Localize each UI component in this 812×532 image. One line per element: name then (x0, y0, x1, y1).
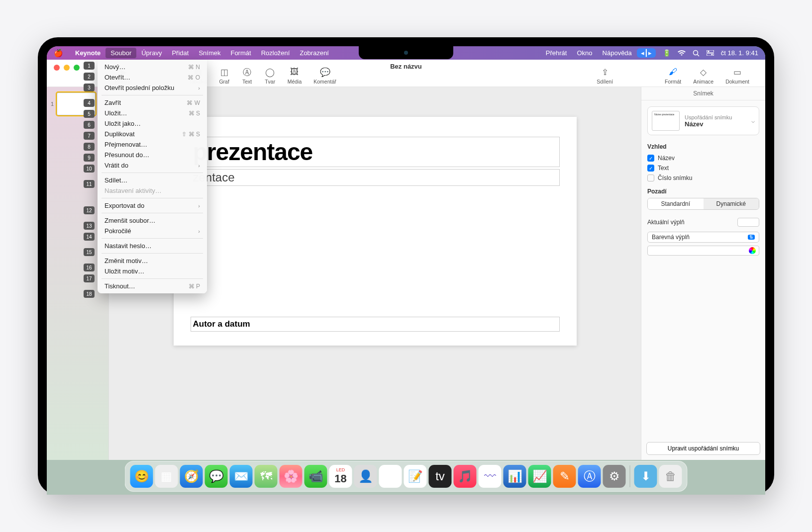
dock-photos[interactable]: 🌸 (280, 465, 303, 488)
layout-value: Název (685, 120, 746, 128)
toolbar-comment[interactable]: 💬Komentář (307, 67, 342, 85)
checkbox-title[interactable]: ✓ (647, 155, 654, 162)
dock: 😊 ▦ 🧭 💬 ✉️ 🗺 🌸 📹 LED18 👤 ☰ 📝 tv 🎵 〰 📊 📈 … (125, 461, 688, 492)
checkbox-number[interactable] (647, 175, 654, 181)
menu-item[interactable]: Otevřít poslední položku› (98, 83, 207, 93)
dock-safari[interactable]: 🧭 (180, 465, 203, 488)
dock-facetime[interactable]: 📹 (304, 465, 327, 488)
traffic-minimize[interactable] (64, 65, 70, 71)
dock-settings[interactable]: ⚙ (603, 465, 626, 488)
traffic-maximize[interactable] (74, 65, 80, 71)
menu-prehrat[interactable]: Přehrát (541, 48, 572, 58)
menu-item[interactable]: Otevřít…⌘ O (98, 72, 207, 83)
menu-format[interactable]: Formát (225, 48, 256, 58)
menu-item[interactable]: Uložit jako… (98, 118, 207, 129)
slide-author[interactable]: Autor a datum (191, 317, 560, 332)
svg-rect-3 (707, 54, 714, 56)
menu-pridat[interactable]: Přidat (167, 48, 194, 58)
dock-downloads[interactable]: ⬇ (634, 465, 657, 488)
slide[interactable]: prezentace zentace Autor a datum (174, 117, 577, 346)
status-wifi-icon[interactable] (678, 50, 686, 56)
layout-label: Uspořádání snímku (685, 114, 746, 120)
menu-soubor[interactable]: Soubor (105, 48, 136, 58)
slide-subtitle[interactable]: zentace (191, 169, 560, 186)
checkbox-body-row[interactable]: ✓Text (647, 163, 759, 173)
status-datetime[interactable]: čt 18. 1. 9:41 (721, 49, 758, 57)
menu-item[interactable]: Přesunout do… (98, 150, 207, 160)
toolbar-animate[interactable]: ◇Animace (687, 67, 719, 85)
menu-item[interactable]: Přejmenovat… (98, 139, 207, 150)
dock-pages[interactable]: ✎ (553, 465, 576, 488)
menu-number-badge: 10 (84, 165, 95, 173)
traffic-close[interactable] (54, 65, 60, 71)
toolbar-chart[interactable]: ◫Graf (213, 67, 236, 85)
apple-menu-icon[interactable]: 🍎 (54, 49, 63, 58)
menu-item[interactable]: Duplikovat⇧ ⌘ S (98, 129, 207, 139)
menu-app[interactable]: Keynote (70, 48, 105, 58)
toolbar-text[interactable]: ⒶText (236, 67, 259, 85)
color-well[interactable] (647, 246, 759, 256)
dock-launchpad[interactable]: ▦ (155, 465, 178, 488)
fill-swatch[interactable] (737, 218, 759, 227)
seg-standard[interactable]: Standardní (648, 198, 704, 209)
seg-dynamic[interactable]: Dynamické (704, 198, 759, 209)
inspector-tab[interactable]: Snímek (641, 87, 765, 100)
status-voice-icon[interactable]: ◂┃▸ (637, 48, 656, 58)
toolbar-media[interactable]: 🖼Média (282, 67, 308, 85)
dock-contacts[interactable]: 👤 (354, 465, 377, 488)
dock-calendar[interactable]: LED18 (329, 465, 352, 488)
menu-item[interactable]: Pokročilé› (98, 226, 207, 236)
menu-zobrazeni[interactable]: Zobrazení (295, 48, 334, 58)
dock-freeform[interactable]: 〰 (479, 465, 502, 488)
dock-appstore[interactable]: Ⓐ (578, 465, 601, 488)
menu-item[interactable]: Nastavit heslo… (98, 241, 207, 251)
dock-music[interactable]: 🎵 (454, 465, 477, 488)
slide-layout-selector[interactable]: Název prezentace Uspořádání snímku Název… (647, 106, 759, 135)
toolbar-share[interactable]: ⇪Sdílení (591, 67, 619, 85)
menu-rozlozeni[interactable]: Rozložení (256, 48, 295, 58)
menu-number-badge: 15 (84, 248, 95, 256)
dock-notes[interactable]: 📝 (404, 465, 427, 488)
menu-item[interactable]: Sdílet… (98, 175, 207, 185)
status-controlcenter-icon[interactable] (707, 50, 714, 56)
menu-napoveda[interactable]: Nápověda (598, 48, 637, 58)
background-segmented[interactable]: Standardní Dynamické (647, 198, 759, 210)
menu-okno[interactable]: Okno (572, 48, 597, 58)
dock-trash[interactable]: 🗑 (659, 465, 682, 488)
animate-icon: ◇ (698, 67, 709, 78)
shape-icon: ◯ (265, 67, 276, 78)
edit-layout-button[interactable]: Upravit uspořádání snímku (646, 442, 760, 455)
dock-tv[interactable]: tv (429, 465, 452, 488)
menu-item[interactable]: Uložit motiv… (98, 266, 207, 276)
slide-title[interactable]: prezentace (191, 137, 560, 167)
menu-item[interactable]: Zavřít⌘ W (98, 97, 207, 108)
checkbox-body[interactable]: ✓ (647, 165, 654, 172)
colorwheel-icon (749, 247, 756, 254)
menu-snimek[interactable]: Snímek (194, 48, 225, 58)
menu-item[interactable]: Zmenšit soubor… (98, 215, 207, 226)
checkbox-number-row[interactable]: Číslo snímku (647, 173, 759, 183)
toolbar-format[interactable]: 🖌Formát (659, 67, 687, 85)
status-battery-icon[interactable]: 🔋 (663, 49, 671, 57)
menu-item[interactable]: Změnit motiv… (98, 256, 207, 266)
fill-type-popup[interactable]: Barevná výplň ⇅ (647, 232, 759, 243)
menu-upravy[interactable]: Úpravy (136, 48, 167, 58)
dock-finder[interactable]: 😊 (130, 465, 153, 488)
dock-mail[interactable]: ✉️ (230, 465, 253, 488)
dock-numbers[interactable]: 📈 (528, 465, 551, 488)
status-spotlight-icon[interactable] (693, 50, 700, 57)
menu-item[interactable]: Exportovat do› (98, 200, 207, 211)
dock-reminders[interactable]: ☰ (379, 465, 402, 488)
dock-maps[interactable]: 🗺 (255, 465, 278, 488)
menu-item[interactable]: Tisknout…⌘ P (98, 281, 207, 291)
menu-item[interactable]: Vrátit do› (98, 160, 207, 171)
dock-keynote[interactable]: 📊 (504, 465, 526, 488)
toolbar-shape[interactable]: ◯Tvar (259, 67, 282, 85)
toolbar-document[interactable]: ▭Dokument (719, 67, 755, 85)
checkbox-title-row[interactable]: ✓Název (647, 153, 759, 163)
menu-item[interactable]: Nový…⌘ N (98, 62, 207, 72)
dock-messages[interactable]: 💬 (205, 465, 228, 488)
chevron-down-icon: ⌵ (751, 117, 755, 124)
text-icon: Ⓐ (242, 67, 253, 78)
menu-item[interactable]: Uložit…⌘ S (98, 108, 207, 118)
